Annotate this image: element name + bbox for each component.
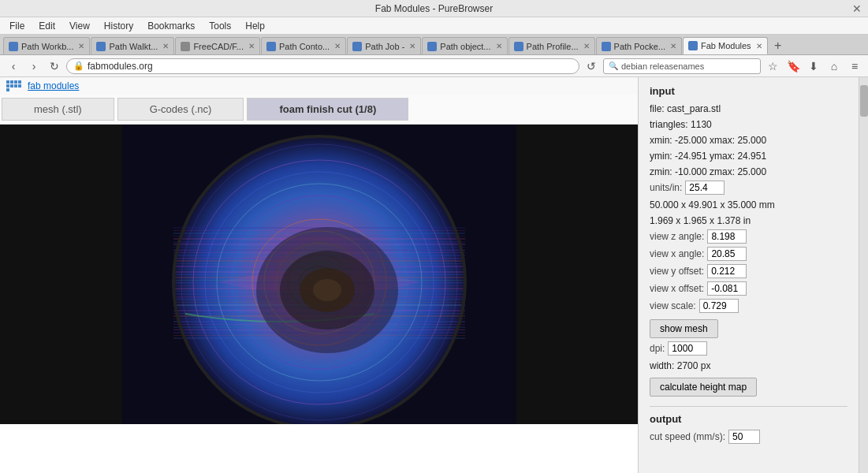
workflow-tab-mesh[interactable]: mesh (.stl) — [2, 98, 114, 121]
tab-close-btn[interactable]: ✕ — [583, 42, 590, 50]
url-text: fabmodules.org — [88, 61, 153, 72]
title-bar: Fab Modules - PureBrowser ✕ — [0, 0, 868, 17]
tab-label: Path Profile... — [527, 42, 579, 51]
bookmark-icon[interactable]: 🔖 — [784, 58, 802, 74]
tab-close-btn[interactable]: ✕ — [496, 42, 502, 50]
menu-tools[interactable]: Tools — [203, 19, 237, 33]
fab-grid-icon — [6, 80, 21, 91]
show-mesh-button[interactable]: show mesh — [650, 319, 718, 338]
tab-label: Path Pocke... — [614, 42, 665, 51]
tab-close-btn[interactable]: ✕ — [670, 42, 676, 50]
tab-close-btn[interactable]: ✕ — [756, 42, 762, 50]
tab-favicon — [181, 42, 190, 51]
bookmark-star-icon[interactable]: ☆ — [764, 58, 781, 74]
canvas-area: fab modules mesh (.stl) G-codes (.nc) fo… — [0, 77, 638, 473]
visualization-canvas — [0, 125, 638, 424]
fab-modules-label: fab modules — [28, 80, 79, 91]
tab-path-object[interactable]: Path object... ✕ — [422, 37, 507, 54]
right-panel: input file: cast_para.stl triangles: 113… — [638, 77, 859, 473]
menu-bookmarks[interactable]: Bookmarks — [141, 19, 201, 33]
tab-label: Fab Modules — [701, 41, 751, 50]
tab-path-walkthrough[interactable]: Path Walkt... ✕ — [91, 37, 174, 54]
tab-label: FreeCAD/F... — [193, 42, 244, 51]
home-icon[interactable]: ⌂ — [825, 58, 843, 74]
view-y-offset-row: view y offset: — [650, 264, 848, 278]
tab-path-workbench[interactable]: Path Workb... ✕ — [3, 37, 90, 54]
scrollbar-thumb[interactable] — [860, 85, 868, 117]
tab-close-btn[interactable]: ✕ — [162, 42, 169, 50]
workflow-tab-gcodes[interactable]: G-codes (.nc) — [117, 98, 244, 121]
dpi-label: dpi: — [650, 343, 665, 354]
mesh-svg — [122, 125, 516, 424]
tab-path-job[interactable]: Path Job - ✕ — [347, 37, 421, 54]
tab-path-profile[interactable]: Path Profile... ✕ — [509, 37, 595, 54]
search-bar[interactable]: 🔍 debian releasenames — [603, 58, 761, 74]
window-title: Fab Modules - PureBrowser — [375, 3, 493, 14]
menu-history[interactable]: History — [98, 19, 140, 33]
view-z-row: view z angle: — [650, 229, 848, 244]
width-value: 2700 px — [677, 360, 711, 371]
forward-button[interactable]: › — [25, 58, 43, 74]
view-scale-label: view scale: — [650, 300, 696, 311]
input-section-title: input — [650, 85, 848, 97]
dpi-input[interactable] — [668, 341, 707, 356]
page-content: fab modules mesh (.stl) G-codes (.nc) fo… — [0, 77, 868, 473]
tab-label: Path Walkt... — [109, 42, 158, 51]
tab-close-btn[interactable]: ✕ — [334, 42, 341, 50]
menu-file[interactable]: File — [3, 19, 31, 33]
units-input[interactable] — [685, 181, 725, 195]
tab-close-btn[interactable]: ✕ — [409, 42, 415, 50]
window-close-button[interactable]: ✕ — [852, 2, 862, 15]
reload-circle-icon[interactable]: ↺ — [583, 58, 600, 74]
xmin-info: xmin: -25.000 xmax: 25.000 — [650, 133, 848, 147]
search-text: debian releasenames — [621, 61, 704, 71]
download-icon[interactable]: ⬇ — [805, 58, 822, 74]
url-bar[interactable]: 🔒 fabmodules.org — [66, 58, 579, 74]
tab-favicon — [352, 42, 362, 51]
view-x-angle-input[interactable] — [707, 247, 747, 261]
view-x-offset-input[interactable] — [707, 281, 747, 296]
tab-freecad[interactable]: FreeCAD/F... ✕ — [175, 37, 260, 54]
tab-label: Path Job - — [365, 42, 404, 51]
units-row: units/in: — [650, 181, 848, 195]
menu-edit[interactable]: Edit — [32, 19, 61, 33]
tab-favicon — [688, 41, 698, 50]
reload-button[interactable]: ↻ — [46, 58, 63, 74]
view-y-offset-label: view y offset: — [650, 266, 704, 277]
tab-path-contour[interactable]: Path Conto... ✕ — [261, 37, 346, 54]
file-info: file: cast_para.stl — [650, 102, 848, 116]
tab-label: Path Workb... — [21, 42, 73, 51]
search-icon: 🔍 — [609, 61, 618, 70]
tab-label: Path Conto... — [279, 42, 330, 51]
view-scale-row: view scale: — [650, 299, 848, 313]
scrollbar[interactable] — [859, 77, 868, 473]
calculate-heightmap-button[interactable]: calculate height map — [650, 378, 757, 397]
triangles-info: triangles: 1130 — [650, 117, 848, 132]
back-button[interactable]: ‹ — [5, 58, 22, 74]
triangles-value: 1130 — [691, 119, 712, 130]
fab-modules-link[interactable]: fab modules — [6, 80, 631, 91]
section-divider — [650, 406, 848, 407]
menu-help[interactable]: Help — [239, 19, 271, 33]
view-scale-input[interactable] — [699, 299, 739, 313]
file-label: file: — [650, 103, 665, 114]
menu-view[interactable]: View — [63, 19, 96, 33]
tab-path-pocket[interactable]: Path Pocke... ✕ — [596, 37, 682, 54]
view-x-angle-row: view x angle: — [650, 247, 848, 261]
new-tab-button[interactable]: + — [769, 37, 788, 54]
view-x-offset-row: view x offset: — [650, 281, 848, 296]
workflow-tab-foam[interactable]: foam finish cut (1/8) — [247, 98, 408, 121]
tab-close-btn[interactable]: ✕ — [78, 42, 84, 50]
cut-speed-row: cut speed (mm/s): — [650, 430, 848, 444]
tab-favicon — [602, 42, 611, 51]
tab-close-btn[interactable]: ✕ — [248, 42, 255, 50]
view-y-offset-input[interactable] — [707, 264, 747, 278]
file-value: cast_para.stl — [667, 103, 721, 114]
width-info: width: 2700 px — [650, 359, 848, 373]
view-z-input[interactable] — [707, 229, 747, 244]
cut-speed-input[interactable] — [728, 430, 760, 444]
tab-fab-modules[interactable]: Fab Modules ✕ — [683, 37, 768, 54]
zmin-info: zmin: -10.000 zmax: 25.000 — [650, 165, 848, 179]
menu-icon[interactable]: ≡ — [846, 58, 863, 74]
units-label: units/in: — [650, 182, 682, 193]
